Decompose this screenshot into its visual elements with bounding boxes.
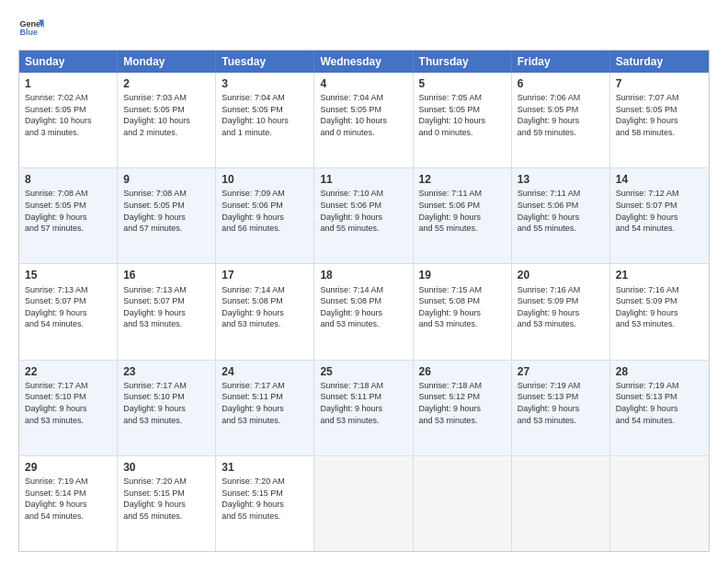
calendar-cell: 28Sunrise: 7:19 AMSunset: 5:13 PMDayligh… (610, 361, 709, 455)
cell-line: Sunset: 5:12 PM (419, 391, 506, 403)
day-number: 19 (419, 268, 506, 282)
cell-line: Sunset: 5:10 PM (25, 391, 111, 403)
cell-line: Sunset: 5:05 PM (25, 104, 111, 116)
cell-line: Sunrise: 7:13 AM (25, 284, 111, 296)
cell-line: Sunrise: 7:16 AM (518, 284, 604, 296)
day-number: 25 (320, 364, 406, 379)
cell-line: Sunrise: 7:18 AM (419, 380, 506, 392)
cell-line: Sunrise: 7:08 AM (25, 188, 111, 200)
cell-line: and 3 minutes. (25, 127, 111, 139)
cell-line: Sunset: 5:06 PM (419, 200, 506, 212)
cell-line: Sunrise: 7:09 AM (222, 188, 308, 200)
cell-line: and 55 minutes. (222, 511, 308, 523)
calendar-cell: 27Sunrise: 7:19 AMSunset: 5:13 PMDayligh… (512, 361, 610, 455)
cell-line: Daylight: 10 hours (123, 115, 210, 127)
cell-line: Sunrise: 7:04 AM (222, 92, 308, 104)
cell-info: Sunrise: 7:13 AMSunset: 5:07 PMDaylight:… (25, 284, 111, 330)
cell-info: Sunrise: 7:03 AMSunset: 5:05 PMDaylight:… (123, 92, 210, 138)
cell-line: and 53 minutes. (222, 415, 308, 427)
cell-info: Sunrise: 7:19 AMSunset: 5:13 PMDaylight:… (616, 380, 703, 426)
cell-line: Sunset: 5:07 PM (25, 295, 111, 307)
cell-line: Sunrise: 7:17 AM (222, 380, 308, 392)
cell-line: Sunset: 5:05 PM (616, 104, 703, 116)
cell-line: Daylight: 9 hours (419, 403, 506, 415)
cell-info: Sunrise: 7:08 AMSunset: 5:05 PMDaylight:… (25, 188, 111, 234)
day-number: 2 (123, 76, 210, 91)
cell-line: Sunrise: 7:17 AM (25, 380, 111, 392)
cell-line: Sunrise: 7:11 AM (518, 188, 604, 200)
cell-line: and 57 minutes. (123, 223, 210, 235)
calendar-cell: 14Sunrise: 7:12 AMSunset: 5:07 PMDayligh… (610, 168, 709, 263)
day-number: 18 (320, 268, 406, 282)
cell-line: Sunset: 5:05 PM (123, 104, 210, 116)
cell-line: Sunset: 5:05 PM (419, 104, 506, 116)
cell-info: Sunrise: 7:16 AMSunset: 5:09 PMDaylight:… (616, 284, 703, 330)
cell-line: Daylight: 9 hours (222, 212, 308, 224)
weekday-header-sunday: Sunday (19, 51, 118, 73)
calendar-cell: 30Sunrise: 7:20 AMSunset: 5:15 PMDayligh… (118, 456, 216, 551)
cell-line: Daylight: 9 hours (123, 499, 210, 511)
cell-line: and 53 minutes. (123, 318, 210, 330)
cell-line: Sunrise: 7:19 AM (518, 380, 604, 392)
cell-line: Sunrise: 7:20 AM (123, 476, 210, 488)
day-number: 16 (123, 268, 210, 282)
calendar-cell: 4Sunrise: 7:04 AMSunset: 5:05 PMDaylight… (314, 73, 413, 167)
day-number: 10 (222, 172, 308, 187)
day-number: 14 (616, 172, 703, 187)
cell-line: Sunrise: 7:07 AM (616, 92, 703, 104)
logo-icon: General Blue (18, 15, 44, 40)
day-number: 21 (616, 268, 703, 282)
cell-line: Sunset: 5:15 PM (222, 488, 308, 500)
cell-info: Sunrise: 7:10 AMSunset: 5:06 PMDaylight:… (320, 188, 406, 234)
day-number: 8 (25, 172, 111, 187)
calendar-row-2: 15Sunrise: 7:13 AMSunset: 5:07 PMDayligh… (19, 263, 709, 359)
cell-line: Daylight: 10 hours (320, 115, 406, 127)
cell-line: Sunrise: 7:03 AM (123, 92, 210, 104)
cell-info: Sunrise: 7:06 AMSunset: 5:05 PMDaylight:… (518, 92, 604, 138)
calendar-row-3: 22Sunrise: 7:17 AMSunset: 5:10 PMDayligh… (19, 360, 709, 455)
cell-line: Sunset: 5:11 PM (222, 391, 308, 403)
calendar-cell: 9Sunrise: 7:08 AMSunset: 5:05 PMDaylight… (118, 168, 216, 263)
cell-info: Sunrise: 7:11 AMSunset: 5:06 PMDaylight:… (518, 188, 604, 234)
cell-line: Daylight: 9 hours (320, 212, 406, 224)
cell-line: and 53 minutes. (518, 318, 604, 330)
cell-info: Sunrise: 7:08 AMSunset: 5:05 PMDaylight:… (123, 188, 210, 234)
cell-info: Sunrise: 7:17 AMSunset: 5:11 PMDaylight:… (222, 380, 308, 426)
cell-info: Sunrise: 7:09 AMSunset: 5:06 PMDaylight:… (222, 188, 308, 234)
calendar-row-0: 1Sunrise: 7:02 AMSunset: 5:05 PMDaylight… (19, 73, 709, 167)
cell-info: Sunrise: 7:14 AMSunset: 5:08 PMDaylight:… (320, 284, 406, 330)
calendar-cell: 2Sunrise: 7:03 AMSunset: 5:05 PMDaylight… (118, 73, 216, 167)
day-number: 3 (222, 76, 308, 91)
cell-line: Sunset: 5:09 PM (518, 295, 604, 307)
calendar-cell: 11Sunrise: 7:10 AMSunset: 5:06 PMDayligh… (314, 168, 413, 263)
day-number: 9 (123, 172, 210, 187)
cell-line: Sunrise: 7:06 AM (518, 92, 604, 104)
calendar: SundayMondayTuesdayWednesdayThursdayFrid… (18, 50, 710, 552)
cell-line: and 53 minutes. (419, 318, 506, 330)
cell-info: Sunrise: 7:19 AMSunset: 5:14 PMDaylight:… (25, 476, 111, 522)
svg-text:Blue: Blue (19, 28, 38, 37)
calendar-cell: 12Sunrise: 7:11 AMSunset: 5:06 PMDayligh… (414, 168, 512, 263)
cell-line: and 53 minutes. (320, 318, 406, 330)
cell-line: and 53 minutes. (222, 318, 308, 330)
calendar-cell: 24Sunrise: 7:17 AMSunset: 5:11 PMDayligh… (216, 361, 314, 455)
calendar-cell: 31Sunrise: 7:20 AMSunset: 5:15 PMDayligh… (216, 456, 314, 551)
cell-line: and 56 minutes. (222, 223, 308, 235)
cell-line: Daylight: 9 hours (616, 403, 703, 415)
cell-line: Daylight: 9 hours (419, 307, 506, 319)
cell-line: and 1 minute. (222, 127, 308, 139)
cell-line: Daylight: 10 hours (25, 115, 111, 127)
cell-line: and 53 minutes. (518, 415, 604, 427)
cell-line: and 57 minutes. (25, 223, 111, 235)
cell-line: and 53 minutes. (616, 318, 703, 330)
cell-line: Sunset: 5:06 PM (222, 200, 308, 212)
cell-line: and 55 minutes. (320, 223, 406, 235)
cell-info: Sunrise: 7:13 AMSunset: 5:07 PMDaylight:… (123, 284, 210, 330)
cell-line: Sunset: 5:08 PM (419, 295, 506, 307)
cell-line: Sunset: 5:08 PM (222, 295, 308, 307)
day-number: 12 (419, 172, 506, 187)
cell-line: Daylight: 9 hours (25, 403, 111, 415)
cell-info: Sunrise: 7:16 AMSunset: 5:09 PMDaylight:… (518, 284, 604, 330)
cell-line: Sunset: 5:05 PM (123, 200, 210, 212)
cell-line: Daylight: 9 hours (320, 307, 406, 319)
